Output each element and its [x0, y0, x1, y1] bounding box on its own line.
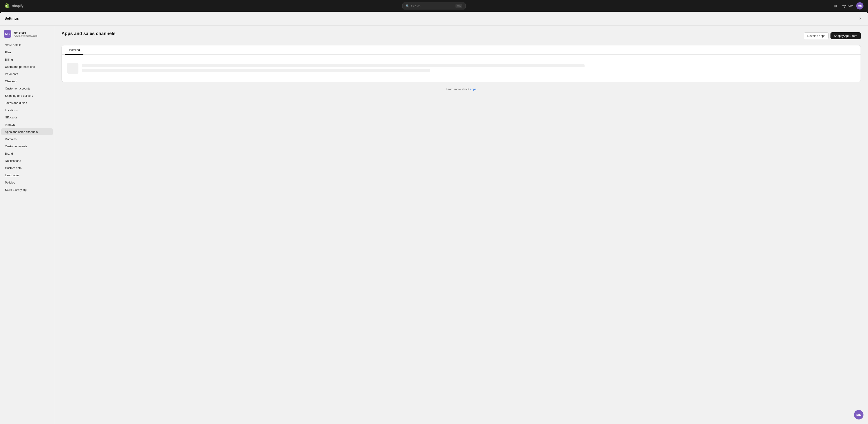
- sidebar-item-customer-events[interactable]: Customer events: [0, 143, 54, 150]
- sidebar-store: MS My Store 72f9fc.myshopify.com: [0, 28, 54, 41]
- sidebar-item-checkout[interactable]: Checkout: [0, 78, 54, 85]
- search-input[interactable]: [411, 4, 454, 8]
- card-body: [62, 55, 861, 82]
- sidebar-item-shipping-and-delivery[interactable]: Shipping and delivery: [0, 92, 54, 99]
- learn-more-text: Learn more about apps: [61, 88, 861, 91]
- loading-line-long: [82, 64, 585, 67]
- sidebar-item-policies[interactable]: Policies: [0, 179, 54, 186]
- sidebar-item-store-details[interactable]: Store details: [0, 41, 54, 49]
- page-title-row: Apps and sales channels Develop apps Sho…: [61, 31, 861, 41]
- search-shortcut: ⌘K: [456, 4, 462, 8]
- apps-link[interactable]: apps: [470, 88, 476, 91]
- svg-text:shopify: shopify: [12, 4, 24, 8]
- sidebar-nav: Store details Plan Billing Users and per…: [0, 41, 54, 193]
- sidebar-store-name: My Store: [13, 31, 37, 34]
- action-buttons: Develop apps Shopify App Store: [804, 32, 861, 39]
- sidebar-item-users-and-permissions[interactable]: Users and permissions: [0, 63, 54, 70]
- store-name-label: My Store: [842, 4, 854, 8]
- page-title: Apps and sales channels: [61, 31, 116, 36]
- tabs-bar: Installed: [62, 46, 861, 55]
- sidebar-item-taxes-and-duties[interactable]: Taxes and duties: [0, 99, 54, 107]
- sidebar-item-notifications[interactable]: Notifications: [0, 157, 54, 164]
- sidebar-store-avatar: MS: [4, 30, 11, 38]
- avatar[interactable]: MS: [856, 2, 864, 9]
- loading-lines: [82, 64, 855, 72]
- sidebar-item-billing[interactable]: Billing: [0, 56, 54, 63]
- sidebar-item-customer-accounts[interactable]: Customer accounts: [0, 85, 54, 92]
- loading-item: [67, 63, 855, 74]
- topbar-right: ⊞ My Store MS: [832, 2, 864, 9]
- sidebar-item-custom-data[interactable]: Custom data: [0, 164, 54, 172]
- settings-container: Settings × MS My Store 72f9fc.myshopify.…: [0, 12, 868, 424]
- store-switcher-icon[interactable]: ⊞: [832, 2, 839, 9]
- sidebar-store-info: My Store 72f9fc.myshopify.com: [13, 31, 37, 37]
- settings-header: Settings ×: [0, 12, 868, 26]
- tab-installed[interactable]: Installed: [65, 46, 84, 55]
- settings-title: Settings: [4, 17, 19, 21]
- settings-body: MS My Store 72f9fc.myshopify.com Store d…: [0, 26, 868, 424]
- sidebar-store-url: 72f9fc.myshopify.com: [13, 34, 37, 37]
- loading-icon-placeholder: [67, 63, 79, 74]
- search-bar[interactable]: 🔍 ⌘K: [402, 2, 466, 9]
- settings-close-button[interactable]: ×: [857, 16, 864, 22]
- apps-card: Installed: [61, 45, 861, 82]
- topbar: shopify 🔍 ⌘K ⊞ My Store MS: [0, 0, 868, 12]
- sidebar-item-brand[interactable]: Brand: [0, 150, 54, 157]
- sidebar-item-apps-and-sales-channels[interactable]: Apps and sales channels: [0, 128, 54, 135]
- sidebar: MS My Store 72f9fc.myshopify.com Store d…: [0, 26, 54, 424]
- loading-line-short: [82, 69, 430, 72]
- main-content: Apps and sales channels Develop apps Sho…: [54, 26, 868, 424]
- shopify-logo: shopify: [4, 3, 28, 9]
- sidebar-item-locations[interactable]: Locations: [0, 107, 54, 114]
- develop-apps-button[interactable]: Develop apps: [804, 32, 829, 39]
- search-icon: 🔍: [406, 4, 409, 8]
- floating-avatar[interactable]: MS: [854, 410, 864, 420]
- sidebar-item-payments[interactable]: Payments: [0, 70, 54, 78]
- sidebar-item-markets[interactable]: Markets: [0, 121, 54, 128]
- shopify-app-store-button[interactable]: Shopify App Store: [831, 32, 861, 39]
- sidebar-item-store-activity-log[interactable]: Store activity log: [0, 186, 54, 193]
- sidebar-item-domains[interactable]: Domains: [0, 135, 54, 143]
- sidebar-item-gift-cards[interactable]: Gift cards: [0, 114, 54, 121]
- sidebar-item-languages[interactable]: Languages: [0, 172, 54, 179]
- sidebar-item-plan[interactable]: Plan: [0, 49, 54, 56]
